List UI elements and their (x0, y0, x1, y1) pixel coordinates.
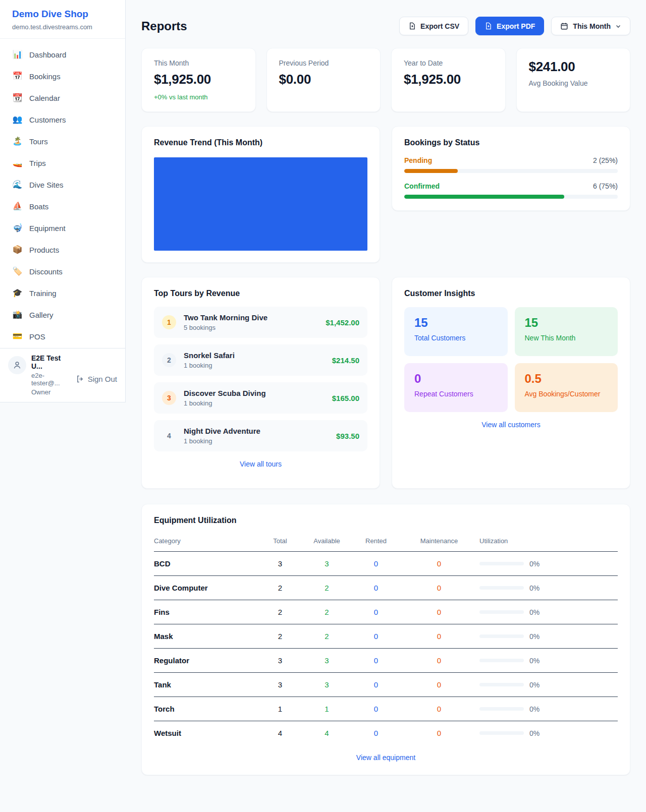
cell-maintenance: 0 (437, 559, 441, 568)
view-all-customers-link[interactable]: View all customers (404, 421, 618, 429)
cell-rented: 0 (374, 656, 378, 665)
tour-bookings: 1 booking (184, 399, 266, 407)
period-dropdown[interactable]: This Month (551, 17, 630, 35)
utilization-bar-track (479, 634, 524, 638)
table-row: Tank 3 3 0 0 0% (154, 673, 618, 697)
gallery-icon: 📸 (12, 311, 23, 319)
sidebar-item-tours[interactable]: 🏝️ Tours (5, 132, 120, 150)
cell-category: Dive Computer (154, 576, 260, 600)
customers-icon: 👥 (12, 115, 23, 124)
cell-available: 3 (325, 656, 329, 665)
cell-category: Wetsuit (154, 721, 260, 745)
charts-row: Revenue Trend (This Month) Bookings by S… (141, 126, 630, 263)
cell-utilization: 0% (479, 608, 618, 616)
training-icon: 🎓 (12, 289, 23, 297)
cell-available: 3 (325, 559, 329, 568)
tour-row[interactable]: 3 Discover Scuba Diving 1 booking $165.0… (154, 382, 367, 414)
sidebar-item-calendar[interactable]: 📆 Calendar (5, 89, 120, 107)
cell-available: 1 (325, 705, 329, 713)
insight-label: Avg Bookings/Customer (525, 390, 608, 398)
utilization-percent: 0% (529, 729, 540, 737)
insight-value: 15 (525, 316, 608, 330)
status-label: Pending (404, 156, 432, 164)
stat-value: $0.00 (279, 72, 368, 87)
sidebar-item-training[interactable]: 🎓 Training (5, 284, 120, 302)
cell-rented: 0 (374, 584, 378, 592)
calendar-icon: 📆 (12, 94, 23, 102)
sidebar-item-label: Gallery (29, 311, 53, 319)
tour-row[interactable]: 2 Snorkel Safari 1 booking $214.50 (154, 344, 367, 376)
sidebar-item-pos[interactable]: 💳 POS (5, 327, 120, 345)
tour-info: Two Tank Morning Dive 5 bookings (184, 313, 267, 331)
sidebar-item-customers[interactable]: 👥 Customers (5, 110, 120, 129)
rank-badge: 3 (162, 391, 176, 405)
top-tours-title: Top Tours by Revenue (154, 289, 367, 298)
page-title: Reports (141, 19, 187, 33)
status-bar-fill (404, 195, 564, 199)
table-row: Regulator 3 3 0 0 0% (154, 649, 618, 673)
sidebar-item-boats[interactable]: ⛵ Boats (5, 197, 120, 215)
sidebar-item-label: Boats (29, 202, 48, 211)
sidebar-item-gallery[interactable]: 📸 Gallery (5, 306, 120, 324)
tour-row[interactable]: 1 Two Tank Morning Dive 5 bookings $1,45… (154, 307, 367, 338)
sidebar-user-section: E2E Test U... e2e-tester@... Owner Sign … (0, 348, 125, 402)
table-row: Torch 1 1 0 0 0% (154, 697, 618, 721)
sidebar-item-dive-sites[interactable]: 🌊 Dive Sites (5, 176, 120, 194)
cell-total: 3 (278, 656, 282, 665)
sidebar-item-label: Bookings (29, 72, 61, 81)
sidebar-item-discounts[interactable]: 🏷️ Discounts (5, 262, 120, 280)
stat-value: $241.00 (529, 59, 618, 75)
utilization-percent: 0% (529, 608, 540, 616)
view-all-tours-link[interactable]: View all tours (154, 460, 367, 468)
sign-out-label: Sign Out (88, 375, 117, 383)
tour-bookings: 5 bookings (184, 324, 267, 331)
shop-name: Demo Dive Shop (12, 9, 113, 20)
cell-category: Torch (154, 697, 260, 721)
view-all-equipment-link[interactable]: View all equipment (154, 753, 618, 762)
rank-badge: 2 (162, 353, 176, 367)
cell-available: 2 (325, 632, 329, 641)
cell-rented: 0 (374, 729, 378, 737)
sidebar-item-dashboard[interactable]: 📊 Dashboard (5, 45, 120, 64)
table-row: Wetsuit 4 4 0 0 0% (154, 721, 618, 745)
sidebar-item-equipment[interactable]: 🤿 Equipment (5, 219, 120, 237)
cell-maintenance: 0 (437, 632, 441, 641)
status-bar-track (404, 195, 618, 199)
sidebar-item-label: Dashboard (29, 50, 66, 59)
table-row: Fins 2 2 0 0 0% (154, 600, 618, 624)
tour-bookings: 1 booking (184, 437, 260, 445)
insight-tile-avg-bookings: 0.5 Avg Bookings/Customer (515, 363, 618, 412)
pos-icon: 💳 (12, 332, 23, 340)
col-header-category: Category (154, 532, 260, 552)
stat-value: $1,925.00 (154, 72, 243, 87)
cell-category: Regulator (154, 649, 260, 673)
cell-maintenance: 0 (437, 705, 441, 713)
user-info: E2E Test U... e2e-tester@... Owner (31, 354, 71, 396)
insight-tile-total-customers: 15 Total Customers (404, 307, 508, 356)
sidebar-item-products[interactable]: 📦 Products (5, 241, 120, 259)
cell-utilization: 0% (479, 681, 618, 689)
rank-badge: 4 (162, 429, 176, 443)
status-bar-track (404, 169, 618, 173)
export-pdf-button[interactable]: Export PDF (475, 17, 544, 35)
utilization-bar-track (479, 731, 524, 735)
stat-label: This Month (154, 59, 243, 67)
export-csv-button[interactable]: Export CSV (399, 17, 468, 35)
boats-icon: ⛵ (12, 202, 23, 210)
sign-out-icon (76, 375, 84, 383)
user-icon (13, 361, 22, 370)
status-bar-fill (404, 169, 458, 173)
insight-label: Total Customers (414, 334, 498, 342)
tour-row[interactable]: 4 Night Dive Adventure 1 booking $93.50 (154, 420, 367, 451)
cell-rented: 0 (374, 680, 378, 689)
tour-bookings: 1 booking (184, 362, 235, 369)
sidebar-item-label: Equipment (29, 224, 66, 233)
main-content: Reports Export CSV Export PDF This Month (126, 0, 646, 775)
sidebar-item-trips[interactable]: 🚤 Trips (5, 154, 120, 172)
sidebar-item-bookings[interactable]: 📅 Bookings (5, 67, 120, 85)
trips-icon: 🚤 (12, 159, 23, 167)
cell-maintenance: 0 (437, 729, 441, 737)
col-header-available: Available (300, 532, 353, 552)
sign-out-button[interactable]: Sign Out (76, 362, 117, 396)
cell-total: 4 (278, 729, 282, 737)
